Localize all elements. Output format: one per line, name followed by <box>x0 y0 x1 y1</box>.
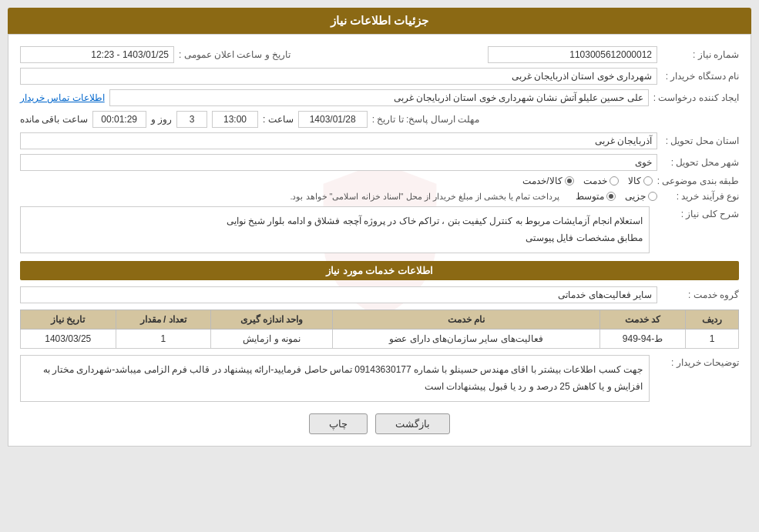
province-label: استان محل تحویل : <box>662 136 739 146</box>
col-service-code: کد خدمت <box>599 310 685 330</box>
city-row: شهر محل تحویل : خوی <box>20 154 739 171</box>
order-number-value: 1103005612000012 <box>488 46 657 63</box>
back-button[interactable]: بازگشت <box>375 413 450 434</box>
buyer-org-value: شهرداری خوی استان اذربایجان غربی <box>20 68 657 85</box>
deadline-label: مهلت ارسال پاسخ: تا تاریخ : <box>372 114 479 125</box>
buyer-org-row: نام دستگاه خریدار : شهرداری خوی استان اذ… <box>20 68 739 85</box>
table-row: 1 ط-94-949 فعالیت‌های سایر سازمان‌های دا… <box>21 330 739 349</box>
service-group-value: سایر فعالیت‌های خدماتی <box>20 286 657 303</box>
service-group-row: گروه خدمت : سایر فعالیت‌های خدماتی <box>20 286 739 303</box>
radio-khedmat <box>610 176 619 186</box>
category-options: کالا خدمت کالا/خدمت <box>522 176 652 186</box>
purchase-mottavasset-label: متوسط <box>576 191 604 202</box>
remaining-time: 00:01:29 <box>92 111 146 128</box>
deadline-time: 13:00 <box>212 111 258 128</box>
radio-kala <box>643 176 653 186</box>
purchase-jozei-label: جزیی <box>625 191 646 202</box>
purchase-option-jozei: جزیی <box>625 191 657 202</box>
print-button[interactable]: چاپ <box>309 413 368 434</box>
purchase-note: پرداخت تمام یا بخشی از مبلغ خریدار از مح… <box>290 192 559 202</box>
days-label: روز و <box>151 114 172 125</box>
category-option-kala-khedmat: کالا/خدمت <box>522 176 573 186</box>
services-table: ردیف کد خدمت نام خدمت واحد اندازه گیری ت… <box>20 309 739 349</box>
col-quantity: تعداد / مقدار <box>116 310 210 330</box>
buyer-notes-label: توضیحات خریدار : <box>654 355 739 368</box>
purchase-type-label: نوع فرآیند خرید : <box>662 191 739 202</box>
col-row-num: ردیف <box>686 310 739 330</box>
purchase-type-row: نوع فرآیند خرید : جزیی متوسط پرداخت تمام… <box>20 191 739 202</box>
description-label: شرح کلی نیاز : <box>654 206 739 219</box>
days-value: 3 <box>176 111 207 128</box>
category-option-kala: کالا <box>628 176 653 186</box>
cell-date: 1403/03/25 <box>21 330 116 349</box>
deadline-row: مهلت ارسال پاسخ: تا تاریخ : 1403/01/28 س… <box>20 111 739 128</box>
section1-header: اطلاعات خدمات مورد نیاز <box>20 261 739 280</box>
category-kala-label: کالا <box>628 176 641 186</box>
category-label: طبقه بندی موضوعی : <box>657 176 739 186</box>
page-header: جزئیات اطلاعات نیاز <box>8 8 751 34</box>
deadline-date: 1403/01/28 <box>298 111 368 128</box>
col-service-name: نام خدمت <box>333 310 600 330</box>
order-number-row: شماره نیاز : 1103005612000012 تاریخ و سا… <box>20 46 739 63</box>
requester-row: ایجاد کننده درخواست : علی حسین علیلو آتش… <box>20 89 739 106</box>
announce-label: تاریخ و ساعت اعلان عمومی : <box>179 49 291 60</box>
announce-value: 1403/01/25 - 12:23 <box>20 46 174 63</box>
col-unit: واحد اندازه گیری <box>210 310 332 330</box>
category-khedmat-label: خدمت <box>583 176 607 186</box>
radio-mottavasset <box>606 192 616 201</box>
city-value: خوی <box>20 154 657 171</box>
service-group-label: گروه خدمت : <box>662 289 739 300</box>
order-number-label: شماره نیاز : <box>662 49 739 60</box>
requester-label: ایجاد کننده درخواست : <box>653 92 739 103</box>
buyer-notes-row: توضیحات خریدار : جهت کسب اطلاعات بیشتر ب… <box>20 355 739 402</box>
cell-row-num: 1 <box>686 330 739 349</box>
province-row: استان محل تحویل : آذربایجان غربی <box>20 132 739 149</box>
contact-link[interactable]: اطلاعات تماس خریدار <box>20 92 105 103</box>
buyer-notes-text: جهت کسب اطلاعات بیشتر با اقای مهندس حسین… <box>20 355 650 402</box>
deadline-time-label: ساعت : <box>263 114 294 125</box>
purchase-options: جزیی متوسط <box>576 191 657 202</box>
description-text: استعلام انجام آزمایشات مربوط به کنترل کی… <box>20 206 650 253</box>
requester-value: علی حسین علیلو آتش نشان شهرداری خوی استا… <box>109 89 649 106</box>
buyer-org-label: نام دستگاه خریدار : <box>662 71 739 82</box>
cell-service-code: ط-94-949 <box>599 330 685 349</box>
category-kala-khedmat-label: کالا/خدمت <box>522 176 562 186</box>
radio-jozei <box>648 192 657 201</box>
purchase-option-mottavasset: متوسط <box>576 191 616 202</box>
footer-buttons: بازگشت چاپ <box>20 413 739 434</box>
cell-unit: نمونه و ازمایش <box>210 330 332 349</box>
province-value: آذربایجان غربی <box>20 132 657 149</box>
category-row: طبقه بندی موضوعی : کالا خدمت کالا/خدمت <box>20 176 739 186</box>
category-option-khedmat: خدمت <box>583 176 619 186</box>
radio-kala-khedmat <box>565 176 574 186</box>
cell-quantity: 1 <box>116 330 210 349</box>
city-label: شهر محل تحویل : <box>662 157 739 168</box>
col-date: تاریخ نیاز <box>21 310 116 330</box>
remaining-label: ساعت باقی مانده <box>20 114 88 125</box>
cell-service-name: فعالیت‌های سایر سازمان‌های دارای عضو <box>333 330 600 349</box>
description-row: شرح کلی نیاز : استعلام انجام آزمایشات مر… <box>20 206 739 253</box>
